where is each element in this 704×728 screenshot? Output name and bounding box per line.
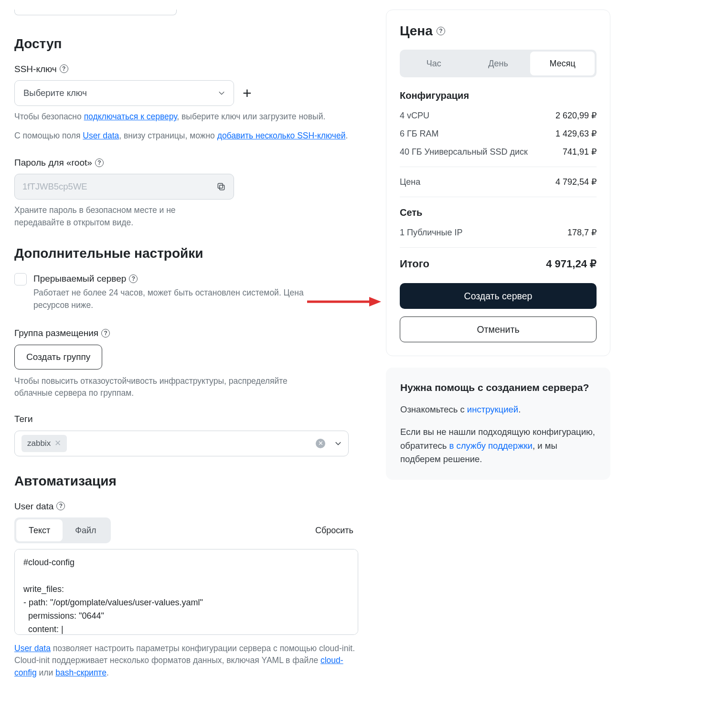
svg-marker-3 [369, 297, 381, 306]
reset-user-data[interactable]: Сбросить [315, 524, 353, 537]
tag-chip: zabbix ✕ [21, 435, 67, 453]
preemptible-label: Прерываемый сервер ? [33, 272, 363, 285]
tag-chip-text: zabbix [27, 438, 51, 450]
ssh-hint-2: С помощью поля User data, внизу страницы… [14, 130, 363, 142]
instruction-link[interactable]: инструкцией [467, 404, 518, 414]
billing-period-tabs: Час День Месяц [400, 50, 597, 77]
user-data-doc-link[interactable]: User data [14, 644, 51, 653]
ssh-key-label-text: SSH-ключ [14, 63, 57, 76]
price-row: 6 ГБ RAM1 429,63 ₽ [400, 127, 597, 140]
root-password-value: 1fTJWB5cp5WE [22, 180, 87, 193]
ssh-hint-1: Чтобы безопасно подключаться к серверу, … [14, 111, 363, 123]
connect-to-server-link[interactable]: подключаться к серверу [84, 112, 177, 121]
tags-input[interactable]: zabbix ✕ ✕ [14, 431, 349, 456]
help-icon[interactable]: ? [101, 329, 110, 338]
price-row: 4 vCPU2 620,99 ₽ [400, 109, 597, 122]
help-card-title: Нужна помощь с созданием сервера? [400, 381, 596, 394]
svg-rect-1 [218, 184, 223, 189]
root-password-label: Пароль для «root» ? [14, 156, 363, 169]
price-card: Цена ? Час День Месяц Конфигурация 4 vCP… [386, 10, 610, 356]
help-icon[interactable]: ? [129, 274, 138, 283]
copy-icon[interactable] [216, 182, 226, 191]
help-card-p1: Ознакомьтесь с инструкцией. [400, 403, 596, 417]
price-subtotal: Цена4 792,54 ₽ [400, 176, 597, 188]
user-data-link-inline[interactable]: User data [83, 131, 119, 140]
user-data-hint: User data позволяет настроить параметры … [14, 643, 358, 679]
add-multiple-ssh-link[interactable]: добавить несколько SSH-ключей [217, 131, 346, 140]
preemptible-hint: Работает не более 24 часов, может быть о… [33, 287, 339, 311]
ssh-key-select[interactable]: Выберите ключ [14, 80, 234, 106]
user-data-tabs: Текст Файл [14, 517, 111, 543]
config-subhead: Конфигурация [400, 89, 597, 103]
support-link[interactable]: в службу поддержки [449, 441, 533, 451]
extra-heading: Дополнительные настройки [14, 244, 363, 264]
user-data-label: User data ? [14, 500, 363, 513]
price-row: 1 Публичные IP178,7 ₽ [400, 226, 597, 239]
chevron-down-icon [218, 90, 225, 96]
ssh-key-label: SSH-ключ ? [14, 63, 363, 76]
tab-file[interactable]: Файл [63, 519, 108, 541]
tab-hour[interactable]: Час [402, 52, 466, 75]
create-group-button[interactable]: Создать группу [14, 345, 102, 369]
net-subhead: Сеть [400, 206, 597, 220]
preemptible-checkbox[interactable] [14, 273, 27, 285]
divider [400, 197, 597, 197]
help-card: Нужна помощь с созданием сервера? Ознако… [386, 368, 610, 480]
help-card-p2: Если вы не нашли подходящую конфигурацию… [400, 425, 596, 466]
help-icon[interactable]: ? [56, 502, 65, 510]
price-title: Цена [400, 21, 433, 41]
tab-day[interactable]: День [466, 52, 531, 75]
total-row: Итого 4 971,24 ₽ [400, 256, 597, 272]
divider [400, 167, 597, 167]
access-heading: Доступ [14, 34, 363, 54]
user-data-label-text: User data [14, 500, 53, 513]
root-password-hint: Храните пароль в безопасном месте и не п… [14, 204, 205, 229]
root-password-label-text: Пароль для «root» [14, 156, 92, 169]
tags-clear-icon[interactable]: ✕ [316, 439, 325, 448]
svg-rect-0 [220, 185, 224, 190]
help-icon[interactable]: ? [437, 27, 445, 35]
cancel-button[interactable]: Отменить [400, 317, 597, 342]
placement-group-hint: Чтобы повысить отказоустойчивость инфрас… [14, 375, 320, 400]
help-icon[interactable]: ? [95, 158, 104, 167]
chevron-down-icon[interactable] [335, 440, 341, 447]
placement-group-label: Группа размещения ? [14, 327, 363, 340]
divider [400, 247, 597, 248]
placement-group-label-text: Группа размещения [14, 327, 98, 340]
ssh-key-placeholder: Выберите ключ [23, 87, 87, 100]
automation-heading: Автоматизация [14, 472, 363, 491]
root-password-field: 1fTJWB5cp5WE [14, 174, 234, 200]
tags-label: Теги [14, 412, 363, 426]
add-ssh-key-button[interactable]: + [243, 82, 252, 104]
prev-section-bottom [14, 10, 177, 15]
tags-label-text: Теги [14, 412, 33, 426]
user-data-textarea[interactable] [14, 549, 358, 635]
create-server-button[interactable]: Создать сервер [400, 283, 597, 309]
bash-script-link[interactable]: bash-скрипте [55, 668, 107, 677]
tag-remove-icon[interactable]: ✕ [54, 438, 61, 450]
tab-month[interactable]: Месяц [530, 52, 595, 75]
price-row: 40 ГБ Универсальный SSD диск741,91 ₽ [400, 146, 597, 158]
tab-text[interactable]: Текст [16, 519, 63, 541]
help-icon[interactable]: ? [60, 64, 68, 73]
